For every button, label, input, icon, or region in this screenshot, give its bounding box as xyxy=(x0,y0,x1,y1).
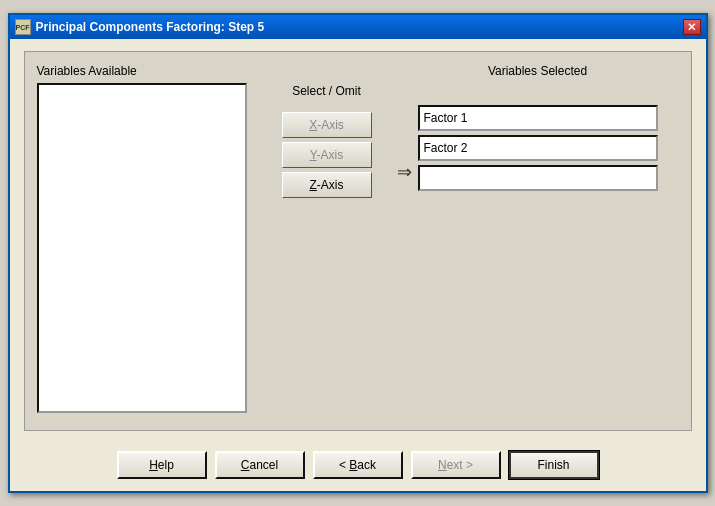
title-bar-left: PCF Principal Components Factoring: Step… xyxy=(15,19,265,35)
y-axis-button[interactable]: Y-Axis xyxy=(282,142,372,168)
variables-list[interactable] xyxy=(37,83,247,413)
select-omit-label: Select / Omit xyxy=(292,84,361,98)
arrow-indicator: ⇒ xyxy=(397,159,412,185)
variables-selected-panel: Variables Selected ⇒ xyxy=(397,64,679,191)
variables-selected-label: Variables Selected xyxy=(397,64,679,78)
back-button[interactable]: < Back xyxy=(313,451,403,479)
variables-available-panel: Variables Available xyxy=(37,64,257,413)
close-button[interactable]: ✕ xyxy=(683,19,701,35)
z-axis-button[interactable]: Z-Axis xyxy=(282,172,372,198)
app-icon: PCF xyxy=(15,19,31,35)
window-title: Principal Components Factoring: Step 5 xyxy=(36,20,265,34)
window-content: Variables Available Select / Omit X-Axis… xyxy=(10,39,706,441)
main-window: PCF Principal Components Factoring: Step… xyxy=(8,13,708,493)
variables-available-label: Variables Available xyxy=(37,64,137,78)
factor3-field[interactable] xyxy=(418,165,658,191)
arrow-fields-row: ⇒ xyxy=(397,105,658,191)
factor2-field[interactable] xyxy=(418,135,658,161)
factor1-field[interactable] xyxy=(418,105,658,131)
title-bar: PCF Principal Components Factoring: Step… xyxy=(10,15,706,39)
next-button[interactable]: Next > xyxy=(411,451,501,479)
bottom-bar: Help Cancel < Back Next > Finish xyxy=(10,441,706,491)
main-area: Variables Available Select / Omit X-Axis… xyxy=(24,51,692,431)
variable-fields xyxy=(418,105,658,191)
finish-button[interactable]: Finish xyxy=(509,451,599,479)
help-button[interactable]: Help xyxy=(117,451,207,479)
cancel-button[interactable]: Cancel xyxy=(215,451,305,479)
select-omit-panel: Select / Omit X-Axis Y-Axis Z-Axis xyxy=(257,64,397,198)
x-axis-button[interactable]: X-Axis xyxy=(282,112,372,138)
